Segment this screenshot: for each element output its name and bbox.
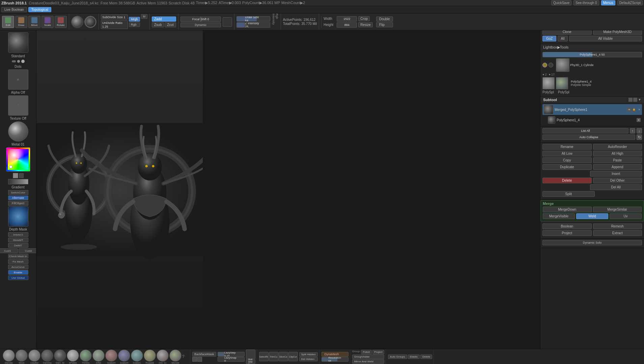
project-b-btn[interactable]: Project	[372, 350, 384, 354]
cust2-btn[interactable]: Cust2	[19, 248, 37, 253]
undivide-slider[interactable]: UnDivide Ratio 1.25	[101, 20, 128, 29]
brush-rugasb[interactable]: RugasB	[144, 350, 156, 364]
check-mesh-btn[interactable]: Check Mesh In	[8, 254, 28, 259]
sphere-mode-1[interactable]	[71, 16, 83, 28]
brush-move[interactable]: Move	[16, 350, 28, 364]
brush-monste[interactable]: Monste	[169, 350, 181, 364]
store-mt-btn[interactable]: StoreMT	[8, 238, 28, 242]
brush-inflat[interactable]: Inflat	[92, 350, 105, 364]
depth-preview[interactable]	[8, 206, 28, 226]
height-input[interactable]: 884	[337, 22, 357, 28]
brush-snakeh1[interactable]: SnakeH	[105, 350, 117, 364]
fix-mesh-btn[interactable]: Fix Mesh	[8, 259, 28, 264]
project-btn[interactable]: Project	[542, 230, 592, 236]
tool-thumb-1[interactable]	[556, 58, 569, 72]
scale-btn[interactable]: Scale	[41, 16, 54, 28]
viewport[interactable]	[36, 30, 203, 349]
material-preview[interactable]	[8, 121, 28, 142]
split-hidden-btn[interactable]: Split Hidden	[299, 352, 318, 357]
all-btn[interactable]: All	[558, 36, 567, 41]
use-global-btn[interactable]: Use Global	[8, 275, 28, 280]
duplicate-btn[interactable]: Duplicate	[542, 164, 592, 170]
delete-b-btn[interactable]: Delete	[420, 355, 432, 359]
color-picker[interactable]	[6, 147, 30, 172]
cust1-btn[interactable]: Cust1	[0, 248, 18, 253]
edit-btn[interactable]: Edit	[2, 16, 14, 28]
crop-btn[interactable]: Crop	[358, 16, 370, 21]
selectr-btn[interactable]: SelectRi	[259, 352, 269, 361]
brush-snakeh2[interactable]: SnakeH	[118, 350, 130, 364]
accu-curve-btn[interactable]: AccuCurve	[8, 265, 28, 269]
gradient-swatch[interactable]	[8, 179, 28, 184]
subdivide-slider[interactable]: SubDivide Size 1	[101, 14, 128, 20]
subtool-toggle-icon[interactable]	[628, 98, 633, 102]
alpha-preview[interactable]: A	[8, 69, 28, 90]
lazy-step-slider[interactable]: LazyStep 0.25	[218, 352, 245, 357]
live-boolean-btn[interactable]: Live Boolean	[1, 7, 27, 12]
mirror-weld-btn[interactable]: Mirror And Weld	[352, 359, 384, 364]
brush-hpolish[interactable]: hPolish	[67, 350, 79, 364]
topological-btn[interactable]: Topological	[28, 7, 51, 12]
subtool-expand-icon[interactable]: ▼	[638, 108, 641, 111]
brush-preview[interactable]	[8, 32, 28, 53]
delete-btn[interactable]: Delete	[542, 178, 592, 183]
del-hidden-btn[interactable]: Del Hidden	[299, 357, 318, 361]
merge-down-btn[interactable]: MergeDown	[543, 207, 592, 212]
zadd-btn[interactable]: Zadd	[152, 17, 176, 22]
lightbox-header[interactable]: Lightbox▶Tools	[540, 44, 644, 51]
sphere-mode-2[interactable]	[84, 16, 96, 28]
polish-btn[interactable]: Polish	[361, 350, 372, 354]
quicksave-btn[interactable]: QuickSave	[551, 0, 571, 5]
brush-snakec[interactable]: SnakeC	[131, 350, 143, 364]
extract-btn[interactable]: Extract	[593, 230, 642, 236]
list-all-down[interactable]: ↓	[637, 128, 642, 133]
remesh-btn[interactable]: Remesh	[593, 223, 642, 229]
rename-btn[interactable]: Rename	[542, 144, 592, 150]
focal-shift-slider[interactable]: Focal Shift 0	[180, 17, 221, 22]
subtool-vis-icon[interactable]: 👁	[627, 108, 631, 112]
auto-reorder-btn[interactable]: AutoReorder	[593, 144, 642, 150]
append-btn[interactable]: Append	[593, 164, 642, 170]
width-input[interactable]: 1522	[337, 16, 357, 22]
canvas-area[interactable]	[36, 30, 203, 349]
del-all-btn[interactable]: Del All	[590, 184, 642, 190]
rgb-btn[interactable]: Rgb	[129, 22, 140, 27]
resize-btn[interactable]: Resize	[358, 22, 373, 27]
group-visible-btn[interactable]: GroupVisible	[352, 355, 384, 359]
del-mt-btn[interactable]: DelMT	[8, 243, 28, 248]
del-other-btn[interactable]: Del Other	[593, 178, 642, 183]
subtool-header-btn[interactable]: Subtool ▼	[540, 97, 644, 103]
brush-damsta[interactable]: DamSta	[41, 350, 53, 364]
default-script[interactable]: DefaultZScript	[617, 0, 643, 5]
copy-st-btn[interactable]: Copy	[542, 157, 592, 163]
mrgb-btn[interactable]: Mrgb	[129, 17, 140, 22]
uv-btn[interactable]: Uv	[610, 213, 642, 219]
switch-color-btn[interactable]: SwitchColor	[8, 190, 28, 195]
z-intensity-slider[interactable]: Z Intensity 25	[236, 22, 270, 28]
all-high-btn[interactable]: All High	[593, 151, 642, 156]
auto-collapse-slider[interactable]: Auto Collapse	[542, 134, 635, 140]
fill-object-btn[interactable]: FillObject	[8, 201, 28, 206]
rotate-btn[interactable]: Rotate	[55, 16, 67, 28]
list-all-slider[interactable]: List All	[542, 128, 628, 133]
see-through[interactable]: See-through 0	[573, 0, 599, 5]
imbed-btn[interactable]: Imbed 0	[8, 232, 28, 237]
m-btn[interactable]: M	[141, 14, 148, 19]
zsub-btn[interactable]: Zsub	[152, 22, 164, 27]
auto-collapse-btn[interactable]: ↻	[637, 134, 642, 140]
tool-thumb-2[interactable]	[542, 77, 555, 89]
merge-similar-btn[interactable]: MergeSimilar	[593, 207, 642, 212]
all-low-btn[interactable]: All Low	[542, 151, 592, 156]
goz-btn[interactable]: GoZ	[542, 36, 556, 41]
subtool-item-poly[interactable]: PolySphere1_4 👁	[542, 116, 642, 124]
polysphere-slider[interactable]: PolySphere1_4 50	[542, 52, 642, 57]
subtool-lock-icon[interactable]: 🔒	[632, 108, 636, 112]
draw-size-slider[interactable]: Draw Size 64	[236, 16, 270, 22]
flip-btn[interactable]: Flip	[376, 22, 393, 27]
tool-thumb-3[interactable]	[556, 77, 568, 89]
fg-color[interactable]	[13, 173, 18, 178]
subtool-poly-vis-icon[interactable]: 👁	[637, 118, 641, 122]
dynamic-btn[interactable]: Dynamic	[180, 23, 221, 27]
dynamesh-btn[interactable]: DynaMesh	[321, 352, 348, 357]
auto-groups-btn[interactable]: Auto Groups	[388, 355, 407, 359]
